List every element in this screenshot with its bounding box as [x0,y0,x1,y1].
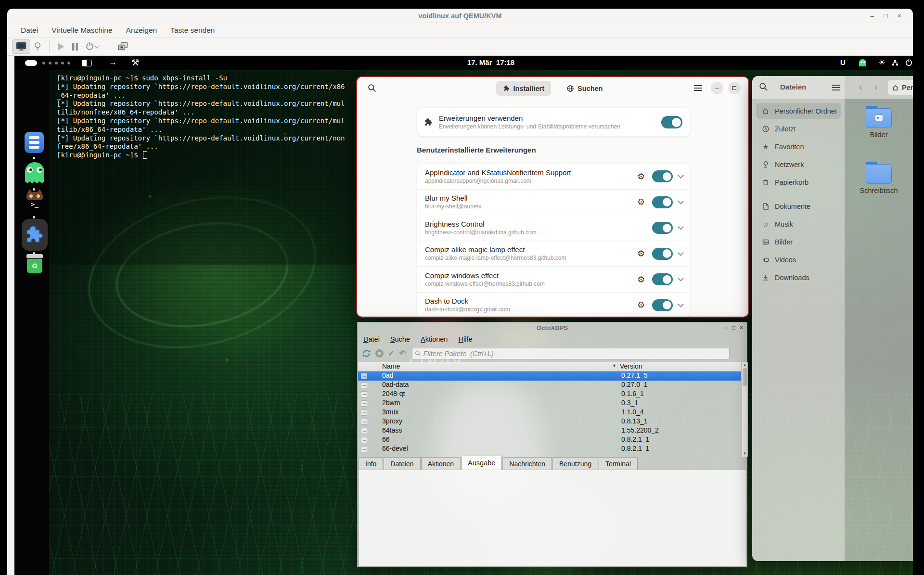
power-menu-icon[interactable] [905,59,913,67]
search-icon[interactable] [759,82,768,91]
tab-installiert[interactable]: Installiert [496,81,551,96]
master-toggle-switch[interactable] [661,116,682,128]
sidebar-item-musik[interactable]: ♫ Musik [752,215,845,233]
files-content-pane[interactable]: Bilder Schreibtisch [845,76,913,561]
extension-row[interactable]: Brightness Control brightness-control@ru… [417,215,690,241]
menu-anzeigen[interactable]: Anzeigen [126,26,157,35]
sidebar-item-bilder[interactable]: Bilder [752,233,845,251]
menu-taste-senden[interactable]: Taste senden [170,26,215,35]
workspace-indicator-active[interactable] [25,60,37,66]
workspace-dot[interactable] [67,62,70,64]
extension-row[interactable]: AppIndicator and KStatusNotifierItem Sup… [417,164,690,190]
menu-icon[interactable] [832,85,840,86]
dock-files-icon[interactable] [25,132,44,153]
workspace-dot[interactable] [55,62,58,64]
extension-toggle[interactable] [652,196,673,208]
sidebar-item-netzwerk[interactable]: Netzwerk [752,155,845,173]
workspace-dot[interactable] [49,62,51,64]
extensions-maximize-button[interactable] [728,82,741,94]
extension-row[interactable]: Blur my Shell blur-my-shell@aunetx ⚙ [417,190,690,216]
back-icon[interactable]: ‹ [859,81,862,92]
refresh-icon[interactable] [362,349,371,358]
shutdown-menu-caret[interactable] [94,43,100,48]
tab-nachrichten[interactable]: Nachrichten [502,457,552,470]
sidebar-item-persoenlicher-ordner[interactable]: Persönlicher Ordner [752,102,845,120]
folder-item-bilder[interactable]: Bilder [851,106,906,139]
extension-row[interactable]: Dash to Dock dash-to-dock@micxgx.gmail.c… [417,293,690,318]
chevron-down-icon[interactable] [678,224,684,230]
scrollbar-thumb[interactable] [743,368,747,386]
extension-toggle[interactable] [652,248,673,260]
arrow-right-icon[interactable]: → [109,58,117,67]
octoxbps-close-button[interactable]: × [740,324,743,331]
tab-benutzung[interactable]: Benutzung [552,457,598,470]
tiling-indicator-icon[interactable] [82,60,92,66]
tray-u-icon[interactable]: U [840,58,846,66]
resume-icon[interactable]: » [375,349,384,358]
dock-terminal-icon[interactable]: >_ [25,192,44,208]
gear-icon[interactable]: ⚙ [636,300,646,310]
column-version[interactable]: Version [620,362,642,370]
output-pane[interactable] [359,470,747,567]
tab-terminal[interactable]: Terminal [599,457,638,470]
dock-trash-icon[interactable]: ♻ [26,254,44,273]
sidebar-item-dokumente[interactable]: Dokumente [752,197,845,215]
extension-row[interactable]: Compiz alike magic lamp effect compiz-al… [417,241,690,267]
brightness-icon[interactable]: ☀ [878,58,885,67]
gear-icon[interactable]: ⚙ [636,171,646,182]
gear-icon[interactable]: ⚙ [636,197,646,207]
package-row[interactable]: 0ad-data 0.27.0_1 [358,381,741,390]
octo-menu-aktionen[interactable]: Aktionen [421,335,448,343]
extension-row[interactable]: Compiz windows effect compiz-windows-eff… [417,267,690,293]
octoxbps-maximize-button[interactable]: □ [732,324,735,331]
tab-dateien[interactable]: Dateien [384,457,420,470]
host-close-button[interactable]: × [898,12,901,20]
filter-input[interactable]: Filtere Pakete (Ctrl+L) [412,348,730,359]
extensions-minimize-button[interactable]: – [711,82,723,94]
package-row[interactable]: 64tass 1.55.2200_2 [358,426,741,435]
scroll-down-icon[interactable]: ▼ [742,451,748,456]
package-row[interactable]: 0ad 0.27.1_5 [358,371,741,381]
pause-button[interactable] [68,39,82,54]
chevron-down-icon[interactable] [678,172,684,179]
sidebar-item-downloads[interactable]: Downloads [752,268,845,286]
octo-menu-suche[interactable]: Suche [390,335,410,343]
dock-ghost-app-icon[interactable] [25,162,44,183]
gear-icon[interactable]: ⚙ [636,274,646,285]
chevron-down-icon[interactable] [678,301,684,307]
package-row[interactable]: 66-devel 0.8.2.1_1 [358,445,741,454]
location-button[interactable]: Per [888,80,913,95]
gear-icon[interactable]: ⚙ [636,248,646,259]
menu-icon[interactable] [694,85,702,86]
table-scrollbar[interactable]: ▲ ▼ [741,362,748,457]
package-row[interactable]: 2048-qt 0.1.6_1 [358,390,741,399]
octo-menu-datei[interactable]: Datei [363,335,380,343]
package-row[interactable]: 66 0.8.2.1_1 [358,435,741,445]
sidebar-item-favoriten[interactable]: ★ Favoriten [752,138,845,155]
sidebar-item-papierkorb[interactable]: Papierkorb [752,173,845,191]
extension-toggle[interactable] [652,222,673,234]
tab-info[interactable]: Info [359,457,383,470]
run-button[interactable] [54,39,68,54]
extension-toggle[interactable] [652,299,673,311]
forward-icon[interactable]: › [874,81,878,92]
tools-icon[interactable]: ⚒ [131,57,139,68]
extension-toggle[interactable] [652,273,673,285]
extension-toggle[interactable] [652,170,673,182]
workspace-dot[interactable] [61,62,64,64]
menu-datei[interactable]: Datei [21,26,38,35]
package-row[interactable]: 3proxy 0.8.13_1 [358,417,741,426]
tab-ausgabe[interactable]: Ausgabe [461,456,502,470]
apply-icon[interactable]: ✓ [388,348,395,358]
undo-icon[interactable]: ↶ [399,348,406,358]
dock-extensions-icon[interactable] [22,219,48,251]
package-row[interactable]: 2bwm 0.3_1 [358,399,741,408]
package-row[interactable]: 3mux 1.1.0_4 [358,408,741,417]
column-name[interactable]: Name [382,362,400,370]
details-button[interactable] [30,39,45,54]
octoxbps-titlebar[interactable]: OctoXBPS – □ × [358,322,747,333]
octo-menu-hilfe[interactable]: Hilfe [458,335,472,343]
chevron-down-icon[interactable] [678,275,684,281]
files-headerbar[interactable]: Dateien ‹ › Per [752,76,913,99]
tray-ghost-icon[interactable] [859,59,866,66]
